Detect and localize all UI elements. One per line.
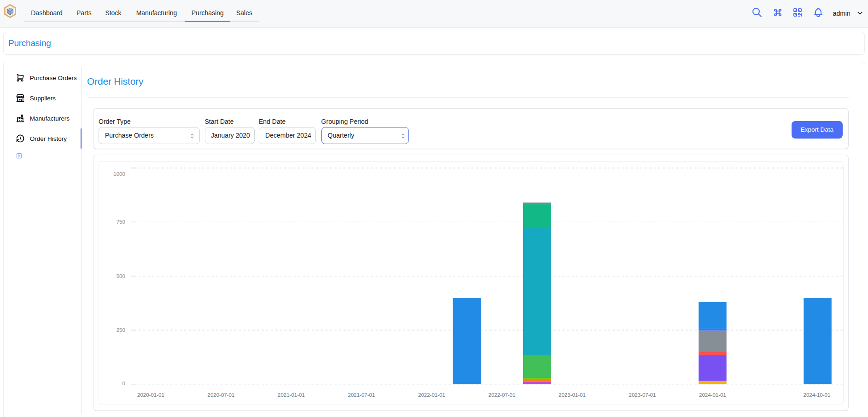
svg-text:2023-07-01: 2023-07-01 — [629, 392, 656, 398]
svg-text:1000: 1000 — [113, 171, 125, 177]
svg-text:500: 500 — [116, 273, 125, 279]
svg-text:250: 250 — [116, 327, 125, 333]
svg-text:2021-07-01: 2021-07-01 — [348, 392, 375, 398]
svg-text:2021-01-01: 2021-01-01 — [278, 392, 305, 398]
svg-text:2020-07-01: 2020-07-01 — [207, 392, 234, 398]
svg-text:0: 0 — [122, 381, 125, 386]
svg-text:2024-10-01: 2024-10-01 — [803, 392, 830, 398]
svg-text:2024-01-01: 2024-01-01 — [699, 392, 726, 398]
svg-text:750: 750 — [116, 219, 125, 225]
svg-text:2022-07-01: 2022-07-01 — [488, 392, 515, 398]
svg-text:2023-01-01: 2023-01-01 — [559, 392, 586, 398]
svg-text:2020-01-01: 2020-01-01 — [137, 392, 164, 398]
svg-text:2022-01-01: 2022-01-01 — [418, 392, 445, 398]
